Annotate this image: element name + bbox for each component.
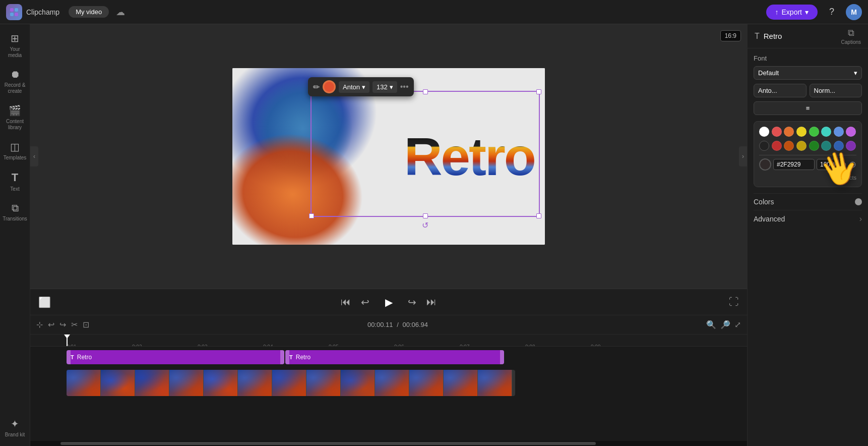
skip-start-icon[interactable]: ⏮ [341,296,351,308]
text-clip-icon-2: T [289,354,293,360]
video-thumb-4 [204,370,238,396]
sidebar-item-your-media[interactable]: ⊞ Your media [2,28,28,63]
timeline-zoom: 🔍 🔎 ⤢ [706,320,741,329]
panel-title-row: T Retro [755,32,782,41]
font-style-dropdown[interactable]: Default ▾ [754,66,862,80]
swatch-white[interactable] [759,127,769,137]
zoom-in-icon[interactable]: 🔎 [720,320,730,329]
play-button[interactable]: ▶ [380,293,398,311]
sidebar-item-transitions[interactable]: ⧉ Transitions [2,198,28,226]
clip-handle-left-1[interactable] [67,350,71,364]
swatch-dark-green[interactable] [809,141,819,151]
panel-body: Font Default ▾ Anto... Norm... ≡ [748,48,868,446]
svg-rect-0 [10,8,14,12]
cut-icon[interactable]: ✂ [71,320,78,329]
swatch-dark-purple[interactable] [846,141,856,151]
collapse-panel-left[interactable]: ‹ [30,146,38,166]
swatch-dark-yellow[interactable] [796,141,807,151]
help-button[interactable]: ? [824,4,840,20]
transport-controls: ⬜ ⏮ ↩ ▶ ↪ ⏭ ⛶ [30,289,747,315]
swatch-orange[interactable] [784,127,794,137]
color-grid-row1 [759,127,856,137]
text-clip-1[interactable]: T Retro [67,350,284,364]
font-section-label: Font [754,54,862,62]
align-left-button[interactable]: ≡ [754,101,862,115]
font-row: Anto... Norm... [754,84,862,97]
user-avatar[interactable]: M [846,4,862,20]
text-clip-icon-1: T [71,354,74,360]
main-layout: ⊞ Your media ⏺ Record &create 🎬 Contentl… [0,24,868,446]
video-thumb-0 [67,370,101,396]
font-size-dropdown[interactable]: 132 ▾ [373,81,397,93]
font-weight-input[interactable]: Norm... [810,84,862,97]
fit-icon[interactable]: ⤢ [734,320,741,329]
scrollbar-thumb [60,442,596,445]
current-tab[interactable]: My video [69,6,109,18]
clip-handle-left-2[interactable] [285,350,289,364]
svg-rect-1 [15,8,18,12]
swatch-purple[interactable] [846,127,856,137]
sidebar-item-text[interactable]: T Text [2,167,28,196]
export-icon: ↑ [775,8,779,16]
zoom-out-icon[interactable]: 🔍 [706,320,716,329]
sidebar-item-brand-kit[interactable]: ✦ Brand kit [2,414,28,442]
color-picker-popup: #2F2929 100% ⊘ ⊕ Effects [754,121,862,187]
color-opacity-input[interactable]: 100% [817,159,839,170]
aspect-ratio-badge: 16:9 [720,30,741,41]
collapse-panel-right[interactable]: › [739,146,747,166]
timeline-scrollbar[interactable] [30,441,747,446]
eyedropper-icon[interactable]: ⊘ [841,160,847,169]
undo-icon[interactable]: ↩ [48,320,54,329]
select-tool-icon[interactable]: ⊹ [36,320,43,329]
clip-handle-right-1[interactable] [280,350,284,364]
screenshot-button[interactable]: ⬜ [38,296,51,308]
add-color-icon[interactable]: ⊕ [849,159,856,170]
fast-forward-icon[interactable]: ↪ [408,296,416,308]
font-style-value: Default [758,69,779,77]
captions-button[interactable]: ⧉ Captions [841,28,861,45]
redo-icon[interactable]: ↪ [59,320,66,329]
video-preview[interactable]: Retro ↺ ✏ Anton [232,68,545,245]
export-button[interactable]: ↑ Export ▾ [766,5,818,20]
swatch-black[interactable] [759,141,769,151]
fullscreen-button[interactable]: ⛶ [729,296,739,308]
export-chevron: ▾ [805,8,809,16]
more-options-icon[interactable]: ••• [400,82,409,91]
font-name-dropdown[interactable]: Anton ▾ [339,81,369,93]
logo-text: Clipchamp [26,8,59,16]
clip-handle-right-2[interactable] [500,350,504,364]
color-preview[interactable] [759,158,771,171]
colors-indicator[interactable] [855,198,862,205]
pencil-icon[interactable]: ✏ [313,82,320,92]
video-thumb-12 [478,370,512,396]
font-name-input[interactable]: Anto... [754,84,807,97]
panel-title: Retro [764,32,782,40]
swatch-dark-orange[interactable] [784,141,794,151]
brand-kit-icon: ✦ [11,418,19,430]
swatch-red[interactable] [772,127,782,137]
colors-label: Colors [754,198,774,206]
video-clip[interactable] [67,370,515,396]
skip-end-icon[interactable]: ⏭ [426,296,437,308]
swatch-dark-blue[interactable] [834,141,844,151]
chevron-right-icon: › [859,214,862,224]
advanced-section[interactable]: Advanced › [754,210,862,228]
sidebar-item-record-create[interactable]: ⏺ Record &create [2,65,28,98]
color-picker-circle[interactable] [323,80,336,93]
swatch-yellow[interactable] [796,127,807,137]
text-clip-2[interactable]: T Retro [285,350,504,364]
swatch-teal[interactable] [821,127,831,137]
logo[interactable]: Clipchamp [6,4,59,20]
color-hex-input[interactable]: #2F2929 [773,159,815,170]
sidebar-item-templates[interactable]: ◫ Templates [2,137,28,165]
swatch-dark-red[interactable] [772,141,782,151]
copy-icon[interactable]: ⊡ [83,320,89,329]
sidebar-item-content-library[interactable]: 🎬 Contentlibrary [2,100,28,135]
swatch-dark-teal[interactable] [821,141,831,151]
swatch-green[interactable] [809,127,819,137]
rewind-icon[interactable]: ↩ [361,296,369,308]
text-format-icon: T [755,32,760,41]
font-size-chevron: ▾ [390,83,393,91]
swatch-blue[interactable] [834,127,844,137]
sidebar-label-transitions: Transitions [3,216,27,222]
